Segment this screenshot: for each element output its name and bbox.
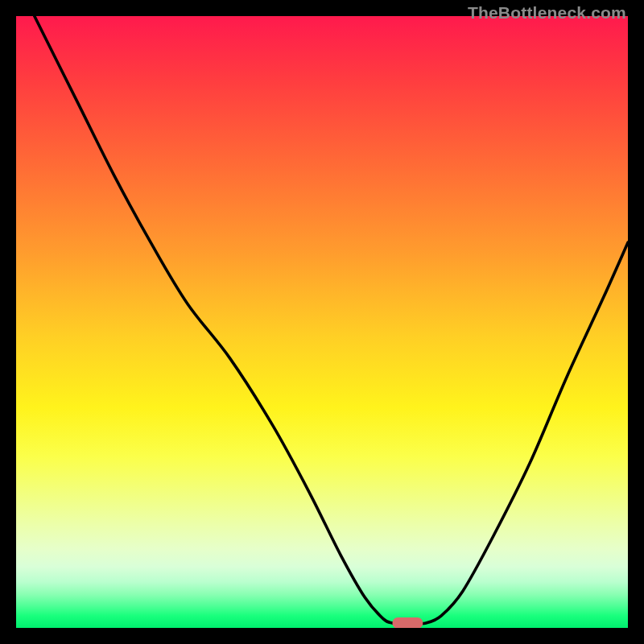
plot-area [16, 16, 628, 628]
chart-frame: TheBottleneck.com [0, 0, 644, 644]
bottleneck-curve [35, 16, 628, 624]
optimal-marker [392, 617, 423, 628]
chart-svg [16, 16, 628, 628]
watermark-text: TheBottleneck.com [468, 3, 626, 23]
